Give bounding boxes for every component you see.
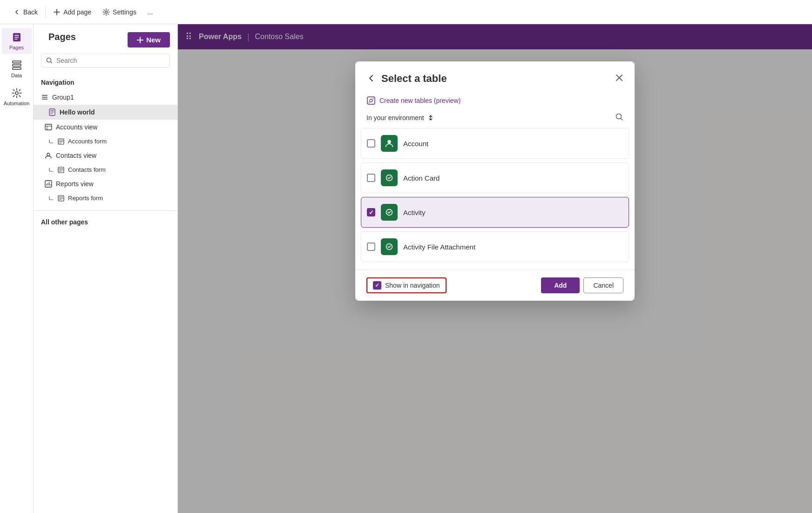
- nav-item-accounts-view[interactable]: Accounts view: [34, 120, 177, 135]
- child-arrow-icon-3: [48, 196, 54, 201]
- pages-panel: Pages New Navigation: [34, 24, 178, 513]
- sidebar-item-automation[interactable]: Automation: [2, 84, 32, 110]
- pages-title: Pages: [41, 32, 83, 48]
- modal-title: Select a table: [381, 73, 447, 85]
- sidebar-automation-label: Automation: [4, 101, 30, 106]
- main-content: ⠿ Power Apps | Contoso Sales Select a ta…: [178, 24, 812, 513]
- table-row-activity-file-attachment[interactable]: Activity File Attachment: [361, 231, 629, 262]
- page-icon: [48, 108, 56, 116]
- create-new-tables-link[interactable]: Create new tables (preview): [355, 92, 635, 113]
- svg-rect-2: [13, 61, 21, 63]
- svg-rect-4: [13, 68, 21, 69]
- cancel-button[interactable]: Cancel: [583, 277, 623, 293]
- action-card-checkbox[interactable]: [367, 174, 375, 182]
- sidebar-data-label: Data: [11, 73, 22, 78]
- accounts-view-icon: [45, 123, 52, 131]
- nav-group1: Group1 Hello world Accounts v: [34, 88, 177, 207]
- pages-icon: [11, 32, 22, 43]
- group1-label: Group1: [52, 94, 74, 101]
- topbar: Back Add page Settings ...: [0, 0, 812, 24]
- add-page-button[interactable]: Add page: [47, 6, 97, 19]
- account-table-icon: [384, 138, 394, 148]
- account-icon: [381, 135, 398, 152]
- nav-item-hello-world[interactable]: Hello world: [34, 105, 177, 120]
- search-input[interactable]: [56, 57, 165, 64]
- contacts-form-label: Contacts form: [68, 166, 106, 173]
- reports-form-label: Reports form: [68, 195, 103, 202]
- icon-sidebar: Pages Data Automation: [0, 24, 34, 513]
- activity-label: Activity: [403, 209, 426, 216]
- settings-button[interactable]: Settings: [97, 6, 142, 19]
- data-icon: [11, 60, 22, 71]
- hello-world-label: Hello world: [60, 108, 95, 116]
- modal-overlay: Select a table Create new t: [178, 24, 812, 513]
- show-nav-checkmark: ✓: [375, 282, 379, 289]
- modal-table-list: Account Action Card: [355, 128, 635, 266]
- svg-rect-9: [42, 99, 47, 100]
- automation-icon: [11, 88, 22, 99]
- table-row-activity[interactable]: ✓ Activity: [361, 197, 629, 228]
- table-row-account[interactable]: Account: [361, 128, 629, 159]
- create-new-tables-label: Create new tables (preview): [379, 97, 460, 104]
- more-button[interactable]: ...: [142, 6, 159, 19]
- reports-form-icon: [58, 195, 64, 202]
- back-button[interactable]: Back: [7, 6, 43, 19]
- show-in-navigation-checkbox[interactable]: ✓: [373, 281, 381, 290]
- nav-item-reports-form[interactable]: Reports form: [34, 191, 177, 205]
- modal-header: Select a table: [355, 61, 635, 92]
- show-in-navigation-area[interactable]: ✓ Show in navigation: [366, 277, 447, 293]
- nav-item-contacts-view[interactable]: Contacts view: [34, 148, 177, 163]
- section-divider: [34, 210, 177, 211]
- svg-rect-13: [50, 113, 53, 114]
- add-page-label: Add page: [63, 8, 91, 16]
- modal-footer: ✓ Show in navigation Add Cancel: [355, 270, 635, 301]
- new-button[interactable]: New: [128, 32, 170, 47]
- back-label: Back: [23, 8, 38, 16]
- new-plus-icon: [137, 37, 143, 43]
- sidebar-item-pages[interactable]: Pages: [2, 28, 32, 54]
- close-icon: [615, 74, 623, 82]
- sidebar-item-data[interactable]: Data: [2, 56, 32, 82]
- contacts-view-label: Contacts view: [56, 152, 96, 159]
- action-card-table-icon: [384, 173, 394, 183]
- activity-checkbox[interactable]: ✓: [367, 208, 375, 216]
- activity-file-attachment-label: Activity File Attachment: [403, 243, 475, 251]
- svg-rect-20: [367, 97, 375, 104]
- account-checkbox[interactable]: [367, 139, 375, 148]
- plus-icon: [53, 8, 61, 16]
- show-in-navigation-label: Show in navigation: [385, 282, 440, 289]
- modal-back-icon: [366, 74, 376, 83]
- nav-item-contacts-form[interactable]: Contacts form: [34, 163, 177, 176]
- back-icon: [13, 8, 20, 16]
- settings-label: Settings: [113, 8, 136, 16]
- svg-point-21: [370, 99, 372, 102]
- nav-group1-header[interactable]: Group1: [34, 90, 177, 105]
- add-button[interactable]: Add: [541, 277, 580, 293]
- nav-item-accounts-form[interactable]: Accounts form: [34, 135, 177, 148]
- filter-label[interactable]: In your environment: [366, 114, 434, 122]
- new-label: New: [146, 36, 161, 44]
- svg-rect-3: [13, 64, 21, 66]
- table-row-action-card[interactable]: Action Card: [361, 162, 629, 193]
- svg-rect-11: [50, 110, 54, 111]
- reports-view-label: Reports view: [56, 180, 94, 188]
- modal-close-button[interactable]: [615, 74, 623, 84]
- sidebar-pages-label: Pages: [9, 45, 24, 50]
- activity-icon: [381, 204, 398, 221]
- activity-file-attachment-icon: [381, 238, 398, 255]
- search-box[interactable]: [41, 54, 170, 68]
- svg-point-0: [105, 11, 108, 13]
- child-arrow-icon: [48, 139, 54, 144]
- svg-point-16: [47, 153, 50, 156]
- search-tables-button[interactable]: [615, 113, 623, 122]
- nav-item-reports-view[interactable]: Reports view: [34, 176, 177, 191]
- svg-point-22: [616, 114, 622, 119]
- modal-title-area: Select a table: [366, 73, 447, 85]
- contacts-form-icon: [58, 167, 64, 173]
- activity-file-attachment-checkbox[interactable]: [367, 243, 375, 251]
- action-card-icon: [381, 169, 398, 186]
- svg-rect-14: [45, 124, 52, 130]
- svg-rect-18: [45, 181, 52, 187]
- select-table-modal: Select a table Create new t: [355, 61, 635, 301]
- modal-back-button[interactable]: [366, 74, 376, 84]
